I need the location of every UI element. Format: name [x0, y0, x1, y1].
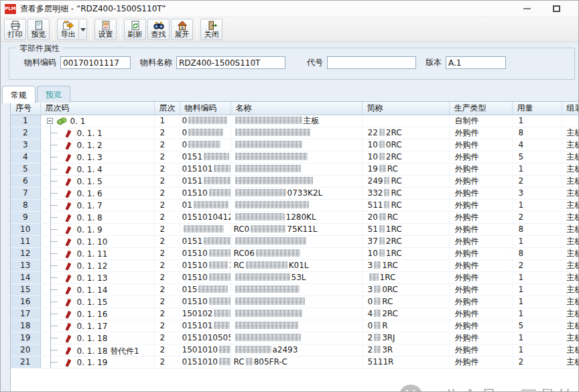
table-row[interactable]: 30. 1. 220100RC外购件4主板: [11, 139, 579, 151]
censored-blur: [198, 285, 228, 293]
table-row[interactable]: 10. 110主板自制件1: [11, 115, 579, 127]
table-row[interactable]: 140. 1. 1320151053L1RC外购件1主板: [11, 271, 579, 283]
table-row[interactable]: 90. 1. 82015101041281280KL20RC外购件2主板: [11, 211, 579, 223]
abbr-text: 1RC: [386, 224, 402, 234]
cell-position: 主板: [562, 271, 579, 283]
table-row[interactable]: 40. 1. 320151102RC外购件5主板: [11, 151, 579, 163]
version-label: 版本: [426, 57, 442, 68]
table-row[interactable]: 50. 1. 4201510119RC外购件1主板: [11, 163, 579, 175]
part-node-icon: [64, 262, 72, 272]
maximize-button[interactable]: [548, 3, 565, 14]
cell-material-code: 015: [180, 283, 231, 296]
censored-blur: [235, 310, 302, 317]
refresh-button[interactable]: 刷新: [124, 19, 146, 40]
cell-seq: 14: [11, 271, 40, 283]
titlebar[interactable]: PLM 查看多层明细 - “RDZ400-1500S110T”: [1, 1, 578, 17]
cell-material-code: 0151: [180, 235, 231, 247]
tree-branch-line: [50, 217, 58, 218]
col-header-name[interactable]: 名称: [231, 102, 362, 115]
level-code-text: 0. 1. 15: [77, 298, 108, 307]
abbr-text: 0RC: [382, 285, 398, 294]
censored-blur: [379, 165, 386, 172]
cell-prod-type: 外购件: [449, 211, 512, 223]
part-number-label: 代号: [307, 57, 323, 68]
cell-prod-type: 外购件: [449, 199, 512, 211]
cell-level: 2: [154, 187, 180, 199]
client-area: 零部件属性 物料编码物料名称代号版本 常规预览 序号层次码层次物料编码名称简称生…: [1, 42, 578, 392]
close-button[interactable]: 关闭: [200, 19, 222, 40]
table-row[interactable]: 170. 1. 162150102842RC外购件1主板: [11, 308, 579, 320]
table-row[interactable]: 190. 1. 182015101050523RJ外购件1主板: [11, 332, 579, 344]
tree-branch-line: [50, 289, 58, 290]
cell-material-code: 0151010: [180, 356, 231, 368]
cell-name: [231, 320, 362, 332]
tab-strip: 常规预览: [2, 85, 72, 103]
level-code-text: 0. 1. 14: [77, 285, 108, 295]
table-row[interactable]: 80. 1. 7201511RC外购件1主板: [11, 199, 579, 211]
table-row[interactable]: 150. 1. 14201530RC外购件1主板: [11, 283, 579, 296]
settings-button[interactable]: ab设置: [94, 19, 117, 40]
cell-material-code: 1501010: [180, 344, 231, 356]
expand-button[interactable]: 展开: [171, 19, 193, 40]
cell-prod-type: 外购件: [449, 296, 512, 308]
part-node-icon: [64, 178, 72, 188]
tab-preview[interactable]: 预览: [37, 86, 70, 103]
cell-qty: 1: [512, 163, 562, 175]
cell-material-code: 0151: [180, 151, 231, 163]
material-code-text: 015101: [182, 164, 213, 174]
table-row[interactable]: 210. 1. 1920151010RC805FR-C5111R外购件2主板: [11, 356, 579, 368]
cell-level: 2: [154, 199, 180, 211]
col-header-prod-type[interactable]: 生产类型: [449, 102, 512, 115]
table-row[interactable]: 70. 1. 62015100733K2L332RC外购件3主板: [11, 187, 579, 199]
table-row[interactable]: 100. 1. 92RC075K11L511RC外购件8主板: [11, 223, 579, 235]
name-text: 1280KL: [286, 212, 316, 222]
cell-position: 主板: [562, 199, 579, 211]
col-header-level-code[interactable]: 层次码: [40, 102, 154, 115]
abbr-text: 3R: [382, 345, 393, 354]
material-code-input[interactable]: [60, 56, 131, 69]
part-node-icon: [64, 153, 72, 164]
table-row[interactable]: 180. 1. 172015101040R外购件5主板: [11, 320, 579, 332]
table-row[interactable]: 200. 1. 18 替代件121501010a249323R外购件1主板: [11, 344, 579, 356]
preview-button[interactable]: 预览: [27, 19, 50, 40]
cell-abbr: 100RC: [362, 139, 449, 151]
table-row[interactable]: 130. 1. 122015103RCK01L31RC外购件2主板: [11, 259, 579, 271]
col-header-seq[interactable]: 序号: [11, 102, 40, 115]
col-header-qty[interactable]: 用量: [512, 102, 562, 115]
version-input[interactable]: [446, 56, 506, 69]
tree-branch-line: [50, 169, 58, 170]
find-button[interactable]: 查找: [147, 19, 170, 40]
tree-collapse-button[interactable]: [47, 118, 53, 124]
export-button[interactable]: 导出: [57, 19, 79, 40]
table-row[interactable]: 110. 1. 1020151372RC外购件1主板: [11, 235, 579, 247]
table-row[interactable]: 160. 1. 152015100RC外购件1主板: [11, 296, 579, 308]
col-header-level[interactable]: 层次: [154, 102, 180, 115]
cell-seq: 21: [11, 356, 40, 368]
tab-general[interactable]: 常规: [2, 86, 36, 103]
col-header-abbr[interactable]: 简称: [362, 102, 449, 115]
censored-blur: [235, 189, 286, 196]
part-properties-group: 零部件属性 物料编码物料名称代号版本: [9, 48, 575, 80]
cell-seq: 1: [11, 115, 40, 127]
material-name-input[interactable]: [176, 56, 285, 69]
table-row[interactable]: 120. 1. 11201510RC06101RC外购件8主板: [11, 247, 579, 259]
cell-seq: 7: [11, 187, 40, 199]
col-header-position[interactable]: 组装位: [562, 102, 579, 115]
col-header-material-code[interactable]: 物料编码: [180, 102, 231, 115]
tree-branch-line: [50, 229, 58, 230]
part-number-input[interactable]: [327, 56, 416, 69]
part-node-icon: [64, 298, 72, 308]
abbr-text: 20: [368, 212, 378, 222]
printer-button[interactable]: 打印: [4, 19, 26, 40]
cell-abbr: 222RC: [362, 127, 449, 139]
table-row[interactable]: 60. 1. 520151249RC外购件2主板: [11, 175, 579, 187]
material-code-text: 0151: [182, 152, 203, 161]
part-node-icon: [64, 202, 72, 212]
level-code-text: 0. 1. 9: [77, 225, 103, 235]
cell-seq: 16: [11, 296, 40, 308]
minimize-button[interactable]: [518, 3, 535, 14]
table-row[interactable]: 20. 1. 120222RC外购件8主板: [11, 127, 579, 139]
censored-blur: [384, 177, 389, 184]
cell-prod-type: 外购件: [449, 344, 512, 356]
export-dropdown-button[interactable]: [80, 19, 87, 40]
